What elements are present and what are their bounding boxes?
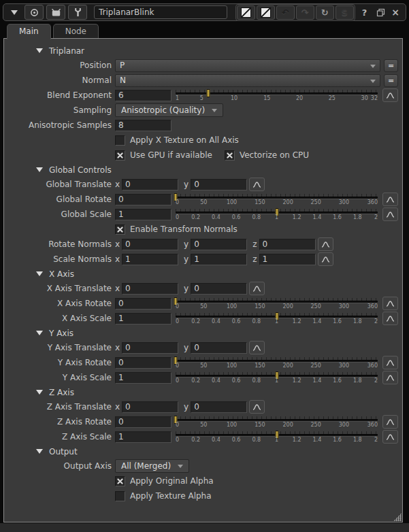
y-axis-scale-slider[interactable]: 00.20.40.60.811.21.41.61.82 [176, 371, 378, 384]
x-axis-translate-animation-curve-button[interactable] [249, 282, 265, 295]
x-axis-translate-y-input[interactable] [191, 283, 247, 295]
checkbox-apply-texture-alpha[interactable]: Apply Texture Alpha [115, 491, 212, 501]
z-axis-translate-y-input[interactable] [191, 401, 247, 413]
rotate-normals-animation-curve-button[interactable] [318, 237, 333, 251]
undo-button[interactable]: ↶ [276, 5, 295, 20]
y-axis-rotate-animation-curve-button[interactable] [382, 356, 398, 369]
z-axis-rotate-slider[interactable]: 050100150200250300360 [176, 416, 378, 429]
z-axis-scale-animation-curve-button[interactable] [382, 430, 398, 444]
checkbox-box[interactable] [115, 225, 125, 235]
settings-button[interactable] [68, 5, 87, 20]
z-axis-rotate-input[interactable] [115, 416, 171, 428]
x-axis-translate-x-input[interactable] [122, 283, 178, 295]
curve-wave-icon [252, 403, 261, 411]
anisotropic-samples-input[interactable] [115, 120, 171, 131]
y-axis-translate-animation-curve-button[interactable] [249, 341, 265, 354]
node-name-input[interactable] [94, 5, 227, 19]
collapse-triangle-icon[interactable] [36, 449, 43, 454]
y-axis-translate-y-input[interactable] [191, 342, 247, 354]
checkbox-box[interactable] [115, 476, 125, 486]
global-translate-y-input[interactable] [191, 179, 247, 190]
slider-track [176, 434, 378, 436]
tab-node[interactable]: Node [53, 24, 99, 39]
global-scale-input[interactable] [115, 209, 171, 220]
param-label: Global Scale [4, 210, 115, 219]
resize-grip[interactable] [393, 513, 402, 521]
checkbox-box[interactable] [115, 135, 125, 146]
z-axis-translate-x-input[interactable] [122, 401, 178, 413]
properties-panel: TriplanarPositionP=NormalN=Blend Exponen… [3, 38, 403, 522]
z-axis-translate-animation-curve-button[interactable] [249, 400, 265, 414]
position-expression-button[interactable]: = [384, 59, 398, 72]
global-translate-animation-curve-button[interactable] [249, 178, 265, 191]
tick-label: 0 [176, 318, 179, 325]
x-axis-rotate-animation-curve-button[interactable] [382, 297, 398, 310]
float-window-icon [376, 8, 385, 17]
checkbox-box[interactable] [115, 150, 125, 161]
global-rotate-animation-curve-button[interactable] [382, 193, 398, 206]
script-button[interactable]: S [336, 5, 354, 20]
global-rotate-input[interactable] [115, 194, 171, 205]
global-scale-slider[interactable]: 00.20.40.60.811.21.41.61.82 [176, 208, 378, 221]
redo-button[interactable]: ↷ [296, 5, 314, 20]
y-axis-scale-animation-curve-button[interactable] [382, 371, 398, 384]
sampling-dropdown[interactable]: Anisotropic (Quality) [115, 103, 223, 117]
checkbox-box[interactable] [225, 150, 235, 161]
revert-button[interactable]: ↻ [316, 5, 334, 20]
node-color-button[interactable] [237, 5, 255, 20]
x-axis-scale-animation-curve-button[interactable] [382, 312, 398, 325]
close-button[interactable]: × [390, 7, 402, 18]
rotate-normals-y-input[interactable] [191, 239, 247, 250]
y-axis-rotate-slider[interactable]: 050100150200250300360 [176, 356, 378, 369]
global-rotate-slider[interactable]: 050100150200250300360 [176, 193, 378, 206]
collapse-triangle-icon[interactable] [36, 48, 43, 53]
checkbox-use-gpu-if-available[interactable]: Use GPU if available [115, 150, 212, 161]
x-axis-scale-input[interactable] [115, 313, 171, 325]
checkbox-vectorize-on-cpu[interactable]: Vectorize on CPU [225, 150, 309, 161]
collapse-triangle-icon[interactable] [36, 167, 43, 172]
y-axis-translate-x-input[interactable] [122, 342, 178, 354]
z-axis-rotate-animation-curve-button[interactable] [382, 415, 398, 429]
row-scale-normals: Scale Normalsxyz [4, 252, 402, 267]
z-axis-scale-slider[interactable]: 00.20.40.60.811.21.41.61.82 [176, 431, 378, 444]
slider-tick-marks [176, 194, 378, 197]
global-translate-x-input[interactable] [122, 179, 178, 190]
tab-main[interactable]: Main [7, 24, 51, 39]
rotate-normals-z-input[interactable] [259, 239, 316, 250]
help-button[interactable]: ? [358, 7, 372, 18]
blend-exponent-slider[interactable]: 15101520253032 [176, 89, 378, 102]
blend-exponent-input[interactable] [115, 90, 171, 101]
collapse-triangle-icon[interactable] [36, 331, 43, 335]
float-panel-button[interactable] [374, 5, 387, 19]
checkbox-apply-original-alpha[interactable]: Apply Original Alpha [115, 476, 214, 486]
window-footer [0, 523, 409, 532]
center-node-button[interactable] [24, 5, 44, 20]
panel-menu-button[interactable] [7, 10, 22, 15]
tick-label: 300 [339, 363, 349, 369]
rotate-normals-x-input[interactable] [122, 239, 178, 250]
x-axis-scale-slider[interactable]: 00.20.40.60.811.21.41.61.82 [176, 312, 378, 325]
gl-color-button[interactable] [257, 5, 275, 20]
checkbox-box[interactable] [115, 491, 125, 501]
y-axis-scale-input[interactable] [115, 372, 171, 384]
collapse-triangle-icon[interactable] [36, 390, 43, 395]
global-scale-animation-curve-button[interactable] [382, 207, 398, 221]
checkbox-enable-transform-normals[interactable]: Enable Transform Normals [115, 225, 238, 235]
output-axis-dropdown[interactable]: All (Merged) [115, 459, 189, 473]
position-channel-dropdown[interactable]: P [115, 59, 380, 72]
scale-normals-y-input[interactable] [191, 254, 247, 265]
x-axis-rotate-slider[interactable]: 050100150200250300360 [176, 297, 378, 310]
checkbox-apply-x-texture-on-all-axis[interactable]: Apply X Texture on All Axis [115, 135, 239, 146]
scale-normals-animation-curve-button[interactable] [318, 252, 333, 266]
normal-channel-dropdown[interactable]: N [115, 74, 380, 87]
collapse-triangle-icon[interactable] [36, 271, 43, 276]
postage-stamp-button[interactable] [46, 5, 65, 20]
scale-normals-z-input[interactable] [259, 254, 316, 265]
scale-normals-x-input[interactable] [122, 254, 178, 265]
slider-tick-labels: 050100150200250300360 [176, 199, 378, 206]
z-axis-scale-input[interactable] [115, 431, 171, 443]
y-axis-rotate-input[interactable] [115, 357, 171, 369]
normal-expression-button[interactable]: = [384, 74, 398, 87]
blend-exponent-animation-curve-button[interactable] [382, 88, 398, 102]
x-axis-rotate-input[interactable] [115, 298, 171, 310]
